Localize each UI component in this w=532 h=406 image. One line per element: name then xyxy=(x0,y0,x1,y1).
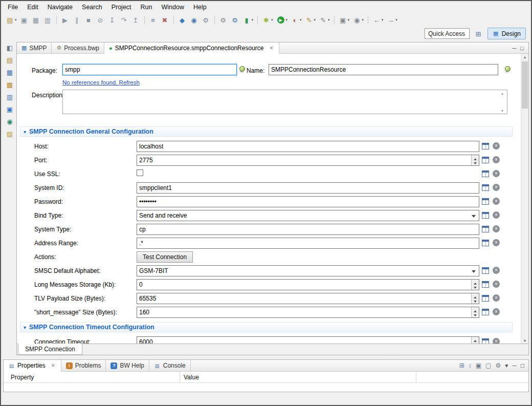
dropdown-arrow-icon[interactable] xyxy=(271,18,273,22)
dropdown-arrow-icon[interactable] xyxy=(314,18,316,22)
module-property-icon[interactable] xyxy=(482,295,489,302)
annotation-icon[interactable]: ✎ xyxy=(318,14,331,26)
step-return-icon[interactable]: ↥ xyxy=(130,14,141,26)
scroll-up-icon[interactable]: ▴ xyxy=(501,92,503,96)
smsc-default-alphabet-select[interactable]: GSM-7BIT xyxy=(137,265,479,276)
reset-to-default-icon[interactable] xyxy=(493,239,500,246)
dropdown-arrow-icon[interactable] xyxy=(300,18,302,22)
close-icon[interactable] xyxy=(50,362,56,369)
dropdown-arrow-icon[interactable] xyxy=(286,18,288,22)
external-tools-icon[interactable]: ⚙ xyxy=(218,14,229,26)
forward-icon[interactable]: → xyxy=(385,14,398,26)
module-property-icon[interactable] xyxy=(482,170,489,177)
pin-editor-icon[interactable]: ▣ xyxy=(338,14,351,26)
menu-window[interactable]: Window xyxy=(157,2,189,13)
menu-edit[interactable]: Edit xyxy=(23,2,43,13)
reset-to-default-icon[interactable] xyxy=(493,281,500,288)
references-link[interactable]: No references found. Refresh xyxy=(62,79,140,86)
scrollbar-thumb[interactable] xyxy=(522,61,528,109)
spinner-up-button[interactable] xyxy=(472,155,479,160)
step-into-icon[interactable]: ↧ xyxy=(107,14,118,26)
disconnect-icon[interactable]: ⊘ xyxy=(95,14,106,26)
reset-to-default-icon[interactable] xyxy=(493,198,500,205)
reset-to-default-icon[interactable] xyxy=(493,211,500,219)
password-input[interactable] xyxy=(137,196,479,207)
menu-navigate[interactable]: Navigate xyxy=(43,2,77,13)
deploy-module-icon[interactable]: ◆ xyxy=(177,14,188,26)
pin-view-icon[interactable]: ▣ xyxy=(476,362,481,369)
file-explorer-icon[interactable]: ▦ xyxy=(5,69,14,77)
module-property-icon[interactable] xyxy=(482,198,489,205)
menu-project[interactable]: Project xyxy=(107,2,136,13)
dropdown-arrow-icon[interactable] xyxy=(395,18,397,22)
system-type-input[interactable] xyxy=(137,224,479,235)
menu-run[interactable]: Run xyxy=(136,2,157,13)
last-edit-location-icon[interactable]: ◉ xyxy=(351,14,365,26)
menu-search[interactable]: Search xyxy=(77,2,107,13)
smpp-connection-page-tab[interactable]: SMPP Connection xyxy=(18,344,82,355)
palette-icon[interactable]: ▩ xyxy=(5,81,14,89)
view-menu-icon[interactable]: ▾ xyxy=(505,362,508,369)
open-perspective-icon[interactable] xyxy=(473,29,483,39)
data-source-explorer-icon[interactable]: ▣ xyxy=(5,105,14,114)
terminate-icon[interactable]: ■ xyxy=(83,14,94,26)
scroll-up-icon[interactable] xyxy=(521,54,528,61)
module-property-icon[interactable] xyxy=(482,267,489,274)
outline-icon[interactable]: ▥ xyxy=(5,93,14,101)
module-property-icon[interactable] xyxy=(482,240,489,246)
port-spinner[interactable] xyxy=(137,155,479,166)
short-message-size-spinner[interactable] xyxy=(137,307,479,318)
spinner-down-button[interactable] xyxy=(472,298,479,304)
reset-to-default-icon[interactable] xyxy=(493,142,500,149)
editor-tab[interactable]: ⚙Process.bwp xyxy=(52,42,104,53)
reset-to-default-icon[interactable] xyxy=(493,308,500,315)
panel-tab-console[interactable]: ▥Console xyxy=(149,360,191,371)
module-property-icon[interactable] xyxy=(482,226,489,232)
address-range-input[interactable] xyxy=(137,238,479,249)
quick-access-box[interactable]: Quick Access xyxy=(425,28,470,39)
dropdown-arrow-icon[interactable] xyxy=(362,18,364,22)
dropdown-arrow-icon[interactable] xyxy=(15,18,17,22)
spinner-up-button[interactable] xyxy=(472,307,479,312)
spinner-up-button[interactable] xyxy=(472,337,479,342)
module-property-icon[interactable] xyxy=(482,281,489,288)
scroll-down-icon[interactable]: ▾ xyxy=(501,109,503,113)
minimize-icon[interactable] xyxy=(513,45,517,51)
reset-to-default-icon[interactable] xyxy=(493,225,500,232)
services-icon[interactable]: ◉ xyxy=(5,118,14,126)
dropdown-arrow-icon[interactable] xyxy=(252,18,254,22)
spinner-down-button[interactable] xyxy=(472,160,479,165)
editor-tab[interactable]: ▦SMPP xyxy=(17,42,52,53)
spinner-down-button[interactable] xyxy=(472,285,479,290)
step-over-icon[interactable]: ↷ xyxy=(119,14,129,26)
content-assist-bulb-icon[interactable] xyxy=(239,66,245,73)
design-perspective-button[interactable]: Design xyxy=(487,28,526,39)
build-icon[interactable]: ⚙ xyxy=(201,14,211,26)
new-wizard-icon[interactable]: ▤ xyxy=(5,14,18,26)
save-all-icon[interactable]: ▦ xyxy=(31,14,41,26)
search-icon[interactable]: ◉ xyxy=(189,14,199,26)
system-id-input[interactable] xyxy=(137,182,479,194)
module-property-icon[interactable] xyxy=(482,309,489,315)
description-textarea[interactable] xyxy=(62,90,507,114)
debug-icon[interactable]: ✱ xyxy=(261,14,274,26)
vertical-scrollbar[interactable] xyxy=(521,54,528,345)
open-new-view-icon[interactable]: ▢ xyxy=(485,362,491,369)
remove-terminated-icon[interactable]: ✖ xyxy=(160,14,170,26)
print-icon[interactable]: ▥ xyxy=(42,14,53,26)
host-input[interactable] xyxy=(137,141,479,152)
spinner-up-button[interactable] xyxy=(472,280,479,285)
panel-tab-bw-help[interactable]: ?BW Help xyxy=(106,360,149,371)
resume-icon[interactable]: ▶ xyxy=(60,14,71,26)
spinner-up-button[interactable] xyxy=(472,293,479,298)
tlv-payload-size-spinner[interactable] xyxy=(137,293,479,304)
reset-to-default-icon[interactable] xyxy=(493,156,500,163)
menu-help[interactable]: Help xyxy=(189,2,211,13)
maximize-icon[interactable]: □ xyxy=(521,362,524,369)
console-view-icon[interactable]: ≡ xyxy=(148,14,159,26)
spinner-down-button[interactable] xyxy=(472,312,479,317)
long-messages-storage-spinner[interactable] xyxy=(137,279,479,290)
name-input[interactable] xyxy=(269,64,498,75)
run-icon[interactable]: ▶ xyxy=(275,14,289,26)
module-property-icon[interactable] xyxy=(482,143,489,149)
